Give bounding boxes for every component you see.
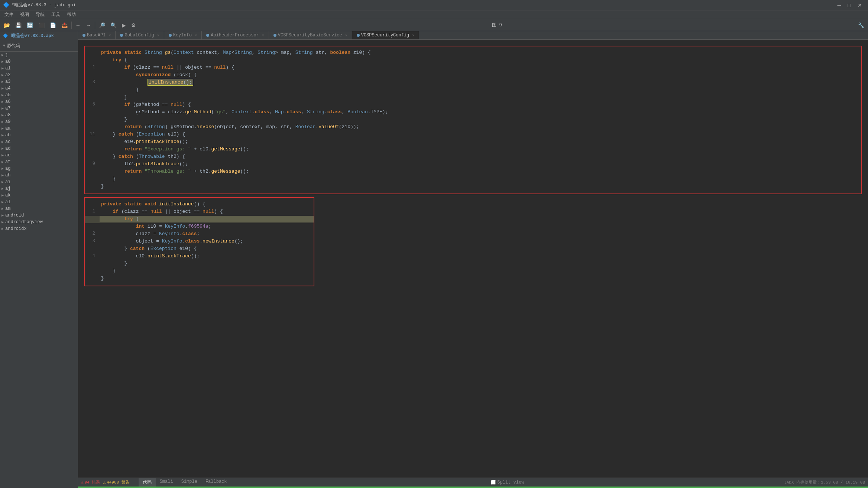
- toolbar-fwd[interactable]: →: [84, 22, 93, 29]
- sidebar-item-ag[interactable]: ▶ ag: [0, 165, 78, 172]
- toolbar-wrench[interactable]: 🔧: [856, 22, 867, 29]
- line-number: 3: [85, 238, 100, 244]
- toolbar-refresh[interactable]: 🔄: [25, 22, 35, 29]
- split-view-input[interactable]: [491, 480, 496, 485]
- sidebar-item-a7[interactable]: ▶ a7: [0, 105, 78, 112]
- toolbar: 📂 💾 🔄 ⬛ 📄 📤 ← → 🔎 🔍 ▶ ⚙ 图 9 🔧: [0, 19, 868, 31]
- toolbar-btn4[interactable]: 🔍: [108, 22, 119, 29]
- error-text: 94 错误: [85, 479, 100, 485]
- toolbar-file[interactable]: 📄: [48, 22, 58, 29]
- line-text: th2.printStackTrace();: [100, 161, 861, 167]
- arrow-icon: ▶: [1, 93, 4, 97]
- tab-vcsp-basic[interactable]: VCSPSecurityBasicService ✕: [269, 31, 352, 39]
- line-number: [85, 168, 100, 169]
- sidebar-item-af[interactable]: ▶ af: [0, 159, 78, 165]
- sidebar-item-ah[interactable]: ▶ ah: [0, 172, 78, 179]
- tab-dot: [206, 34, 209, 37]
- tab-vcsp-config[interactable]: VCSPSecurityConfig ✕: [352, 31, 420, 39]
- sidebar-item-a4[interactable]: ▶ a4: [0, 85, 78, 92]
- code-area[interactable]: private static String gs(Context context…: [78, 40, 868, 478]
- line: return (String) gsMethod.invoke(object, …: [85, 124, 861, 131]
- line-text: return "Throwable gs: " + th2.getMessage…: [100, 168, 861, 175]
- menu-help[interactable]: 帮助: [64, 11, 79, 19]
- menu-nav[interactable]: 导航: [33, 11, 48, 19]
- toolbar-open[interactable]: 📂: [1, 22, 12, 29]
- arrow-icon: ▶: [1, 59, 4, 64]
- tab-close-icon[interactable]: ✕: [345, 33, 347, 38]
- sidebar-item-a1[interactable]: ▶ a1: [0, 65, 78, 72]
- arrow-icon: ▶: [1, 213, 4, 218]
- sidebar-item-aj[interactable]: ▶ aj: [0, 185, 78, 192]
- sidebar-item-a0[interactable]: ▶ a0: [0, 58, 78, 65]
- line: } catch (Exception e10) {: [85, 245, 314, 253]
- arrow-icon: ▶: [1, 200, 4, 204]
- line: }: [85, 275, 314, 283]
- toolbar-back[interactable]: ←: [73, 22, 83, 29]
- sidebar-item-android[interactable]: ▶ android: [0, 212, 78, 219]
- sidebar-item-ad[interactable]: ▶ ad: [0, 145, 78, 152]
- sidebar-item-a2[interactable]: ▶ a2: [0, 72, 78, 78]
- line-number: 3: [85, 79, 100, 85]
- tab-close-icon[interactable]: ✕: [412, 33, 414, 38]
- sidebar-item-al[interactable]: ▶ al: [0, 199, 78, 205]
- tab-close-icon[interactable]: ✕: [262, 33, 264, 38]
- sidebar-item-androidx[interactable]: ▶ androidx: [0, 225, 78, 232]
- sidebar-item-ab[interactable]: ▶ ab: [0, 132, 78, 139]
- bottom-tab-smali[interactable]: Smali: [156, 478, 177, 487]
- line-text: gsMethod = clazz.getMethod("gs", Context…: [100, 109, 861, 115]
- sidebar-item-androidtagview[interactable]: ▶ androidtagview: [0, 219, 78, 225]
- menu-view[interactable]: 视图: [17, 11, 32, 19]
- sidebar-item-ae[interactable]: ▶ ae: [0, 152, 78, 159]
- bottom-tab-code[interactable]: 代码: [139, 478, 156, 487]
- menu-tools[interactable]: 工具: [48, 11, 63, 19]
- sidebar-item-j[interactable]: ▶ j: [0, 52, 78, 58]
- line: gsMethod = clazz.getMethod("gs", Context…: [85, 109, 861, 116]
- tab-vcsp-config-label: VCSPSecurityConfig: [361, 33, 409, 38]
- bottom-tab-simple[interactable]: Simple: [177, 478, 201, 487]
- tab-gobalconfig-label: GobalConfig: [124, 33, 154, 38]
- toolbar-stop[interactable]: ⬛: [36, 22, 47, 29]
- toolbar-btn5[interactable]: ▶: [120, 22, 128, 29]
- toolbar-export[interactable]: 📤: [59, 22, 70, 29]
- bottom-tab-fallback[interactable]: Fallback: [201, 478, 231, 487]
- toolbar-btn6[interactable]: ⚙: [129, 22, 138, 29]
- arrow-icon: ▶: [1, 153, 4, 157]
- line: try {: [85, 57, 861, 64]
- maximize-button[interactable]: □: [845, 1, 854, 9]
- line-text: int i10 = KeyInfo.f69594a;: [100, 223, 314, 230]
- tab-gobalconfig[interactable]: GobalConfig ✕: [116, 31, 164, 39]
- toolbar-btn3[interactable]: 🔎: [97, 22, 107, 29]
- close-button[interactable]: ✕: [855, 1, 865, 9]
- app-icon: 🔷: [3, 2, 9, 8]
- minimize-button[interactable]: ─: [835, 1, 844, 9]
- window-controls[interactable]: ─ □ ✕: [835, 1, 865, 9]
- sidebar-item-ak[interactable]: ▶ ak: [0, 192, 78, 199]
- sidebar-item-am[interactable]: ▶ am: [0, 205, 78, 212]
- tab-close-icon[interactable]: ✕: [157, 33, 159, 38]
- tab-dot: [357, 34, 360, 37]
- sidebar-item-ai[interactable]: ▶ ai: [0, 179, 78, 185]
- tab-close-icon[interactable]: ✕: [108, 33, 111, 38]
- line: int i10 = KeyInfo.f69594a;: [85, 223, 314, 231]
- line-number: [85, 245, 100, 246]
- menu-file[interactable]: 文件: [1, 11, 16, 19]
- tab-keyinfo[interactable]: KeyInfo ✕: [164, 31, 202, 39]
- sidebar-item-a8[interactable]: ▶ a8: [0, 112, 78, 118]
- line-number: [85, 94, 100, 94]
- sidebar-item-a9[interactable]: ▶ a9: [0, 118, 78, 125]
- arrow-icon: ▶: [1, 206, 4, 211]
- sidebar-item-a6[interactable]: ▶ a6: [0, 98, 78, 105]
- sidebar-item-ac[interactable]: ▶ ac: [0, 139, 78, 145]
- window-title: *唯品会v7.83.3 - jadx-gui: [12, 2, 76, 8]
- sidebar-icon: 🔷: [3, 34, 8, 38]
- sidebar-item-a5[interactable]: ▶ a5: [0, 92, 78, 98]
- tab-apiheader[interactable]: ApiHeaderProcessor ✕: [202, 31, 269, 39]
- split-view-checkbox[interactable]: Split view: [491, 480, 524, 485]
- toolbar-save[interactable]: 💾: [13, 22, 24, 29]
- tab-close-icon[interactable]: ✕: [195, 33, 197, 38]
- sidebar-item-a3[interactable]: ▶ a3: [0, 78, 78, 85]
- line-text: }: [100, 94, 861, 100]
- tab-baseapi[interactable]: BaseAPI ✕: [78, 31, 116, 39]
- line: synchronized (lock) {: [85, 72, 861, 79]
- sidebar-item-aa[interactable]: ▶ aa: [0, 125, 78, 132]
